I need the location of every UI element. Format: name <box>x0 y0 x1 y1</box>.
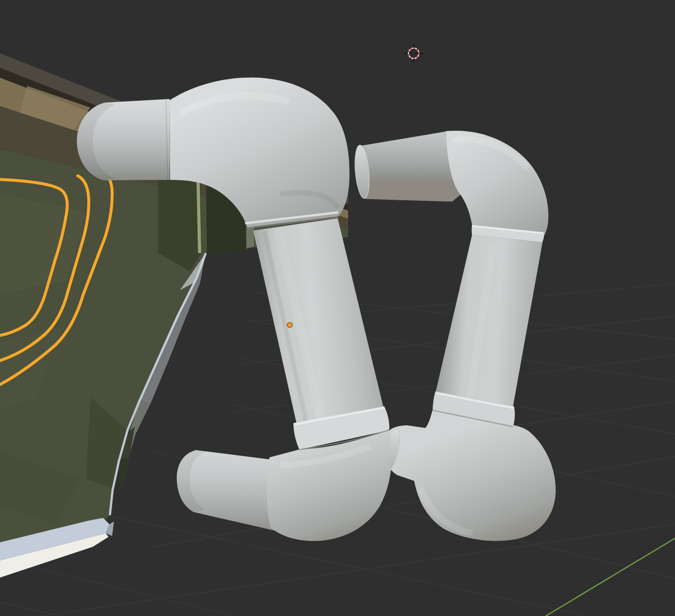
blender-3d-viewport[interactable] <box>0 0 675 616</box>
wall-strip <box>158 166 201 271</box>
object-origin-dot <box>288 323 293 328</box>
